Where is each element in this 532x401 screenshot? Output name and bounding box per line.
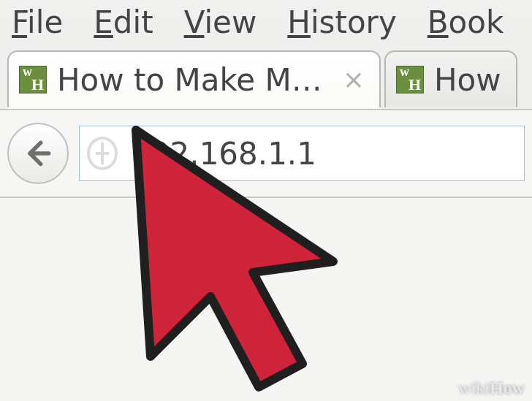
menu-file-rest: ile <box>27 4 63 40</box>
menu-view[interactable]: View <box>184 4 257 40</box>
tab-inactive-title: How <box>434 62 501 98</box>
menu-file[interactable]: File <box>12 4 63 40</box>
tab-active[interactable]: How to Make M… × <box>7 50 381 107</box>
back-arrow-icon <box>22 137 54 169</box>
menu-bar: File Edit View History Book <box>0 0 532 47</box>
menu-bookmarks[interactable]: Book <box>428 4 504 40</box>
menu-edit-hotkey: E <box>94 4 113 40</box>
menu-history[interactable]: History <box>287 4 396 40</box>
watermark-wiki: wiki <box>458 378 490 397</box>
watermark-how: How <box>490 378 525 397</box>
menu-edit[interactable]: Edit <box>94 4 153 40</box>
menu-book-rest: ook <box>449 4 504 40</box>
menu-book-hotkey: B <box>428 4 449 40</box>
tab-active-title: How to Make M… <box>57 62 322 98</box>
menu-view-rest: iew <box>204 4 256 40</box>
tab-inactive[interactable]: How <box>384 50 517 107</box>
url-input[interactable] <box>131 136 517 172</box>
back-button[interactable] <box>7 123 69 184</box>
navigation-toolbar <box>0 109 532 198</box>
wikihow-favicon-icon <box>396 66 424 93</box>
menu-edit-rest: dit <box>113 4 153 40</box>
address-bar[interactable] <box>79 126 525 181</box>
menu-history-rest: istory <box>311 4 397 40</box>
tab-strip: How to Make M… × How <box>0 50 532 109</box>
globe-icon <box>87 137 118 170</box>
menu-view-hotkey: V <box>184 4 205 40</box>
menu-history-hotkey: H <box>287 4 311 40</box>
menu-file-hotkey: F <box>12 4 27 40</box>
tab-close-icon[interactable]: × <box>343 66 365 93</box>
wikihow-favicon-icon <box>19 66 47 93</box>
page-content-area <box>0 198 532 401</box>
wikihow-watermark: wikiHow <box>458 379 525 397</box>
